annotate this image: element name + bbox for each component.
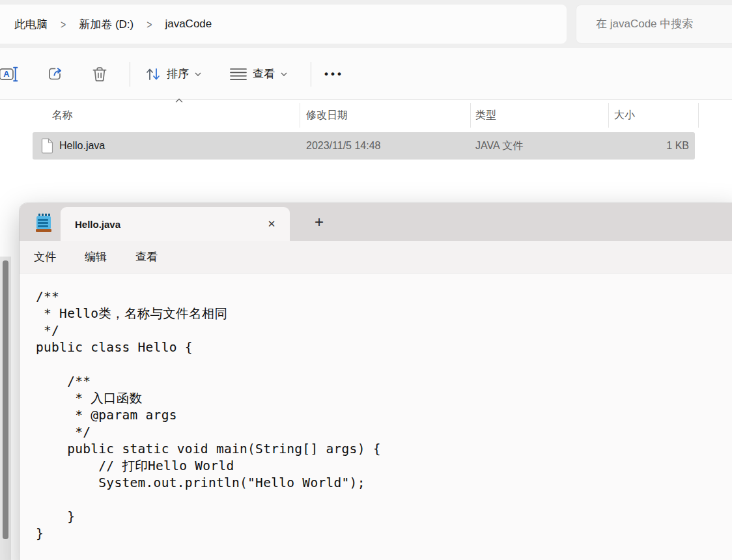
column-divider bbox=[470, 103, 471, 128]
view-button[interactable]: 查看 bbox=[229, 48, 288, 100]
menu-view[interactable]: 查看 bbox=[135, 249, 158, 264]
sort-ascending-indicator-icon bbox=[175, 98, 184, 103]
notepad-menu-bar: 文件 编辑 查看 bbox=[20, 241, 732, 273]
notepad-edit-area[interactable]: /** * Hello类，名称与文件名相同 */ public class He… bbox=[20, 273, 732, 560]
screen: 此电脑 > 新加卷 (D:) > javaCode A bbox=[0, 0, 732, 560]
rename-button[interactable]: A bbox=[0, 48, 18, 100]
more-options-button[interactable]: ••• bbox=[324, 48, 344, 100]
sort-button[interactable]: 排序 bbox=[145, 48, 202, 100]
column-divider bbox=[608, 103, 609, 128]
view-label: 查看 bbox=[253, 66, 275, 81]
breadcrumb-this-pc[interactable]: 此电脑 bbox=[14, 17, 48, 32]
breadcrumb-javacode[interactable]: javaCode bbox=[165, 18, 212, 31]
search-box[interactable] bbox=[576, 5, 732, 44]
background-scrollbar-track[interactable] bbox=[0, 257, 11, 560]
toolbar-divider bbox=[311, 62, 311, 87]
column-divider bbox=[698, 103, 699, 128]
svg-text:A: A bbox=[3, 69, 9, 79]
file-size: 1 KB bbox=[593, 132, 689, 160]
notepad-window: Hello.java ✕ + 文件 编辑 查看 /** * Hello类，名称与… bbox=[20, 203, 732, 560]
sort-label: 排序 bbox=[167, 66, 189, 81]
rename-icon: A bbox=[0, 64, 18, 84]
trash-icon bbox=[90, 64, 109, 84]
chevron-down-icon bbox=[194, 72, 202, 77]
file-name: Hello.java bbox=[59, 132, 105, 160]
breadcrumb-chevron-icon: > bbox=[61, 17, 66, 31]
view-lines-icon bbox=[229, 66, 247, 82]
file-row-hello-java[interactable]: Hello.java 2023/11/5 14:48 JAVA 文件 1 KB bbox=[33, 132, 695, 160]
column-divider bbox=[300, 103, 300, 128]
tab-hello-java[interactable]: Hello.java ✕ bbox=[61, 207, 290, 241]
column-header-size[interactable]: 大小 bbox=[614, 100, 635, 130]
notepad-app-icon bbox=[36, 214, 51, 232]
share-button[interactable] bbox=[46, 48, 65, 100]
share-icon bbox=[46, 64, 65, 84]
file-date: 2023/11/5 14:48 bbox=[306, 132, 380, 160]
menu-file[interactable]: 文件 bbox=[34, 249, 56, 264]
breadcrumb-drive-d[interactable]: 新加卷 (D:) bbox=[79, 17, 134, 32]
tab-title: Hello.java bbox=[75, 219, 120, 230]
file-icon bbox=[41, 132, 53, 160]
tab-close-button[interactable]: ✕ bbox=[262, 215, 281, 233]
menu-edit[interactable]: 编辑 bbox=[85, 249, 107, 264]
search-input[interactable] bbox=[596, 18, 726, 31]
column-header-name[interactable]: 名称 bbox=[52, 100, 73, 130]
explorer-address-row: 此电脑 > 新加卷 (D:) > javaCode bbox=[0, 0, 732, 48]
breadcrumb-chevron-icon: > bbox=[147, 17, 152, 31]
file-type: JAVA 文件 bbox=[475, 132, 523, 160]
toolbar-divider bbox=[130, 62, 130, 87]
sort-arrows-icon bbox=[145, 66, 162, 83]
delete-button[interactable] bbox=[90, 48, 109, 100]
explorer-toolbar: A 排序 bbox=[0, 48, 732, 100]
address-bar[interactable]: 此电脑 > 新加卷 (D:) > javaCode bbox=[0, 5, 567, 44]
column-header-type[interactable]: 类型 bbox=[475, 100, 496, 130]
chevron-down-icon bbox=[280, 72, 288, 77]
column-header-date[interactable]: 修改日期 bbox=[306, 100, 348, 130]
new-tab-button[interactable]: + bbox=[309, 212, 330, 232]
background-scrollbar-thumb[interactable] bbox=[3, 260, 8, 539]
code-text: /** * Hello类，名称与文件名相同 */ public class He… bbox=[36, 288, 732, 542]
notepad-tab-bar: Hello.java ✕ + bbox=[20, 203, 732, 241]
ellipsis-icon: ••• bbox=[324, 68, 344, 81]
